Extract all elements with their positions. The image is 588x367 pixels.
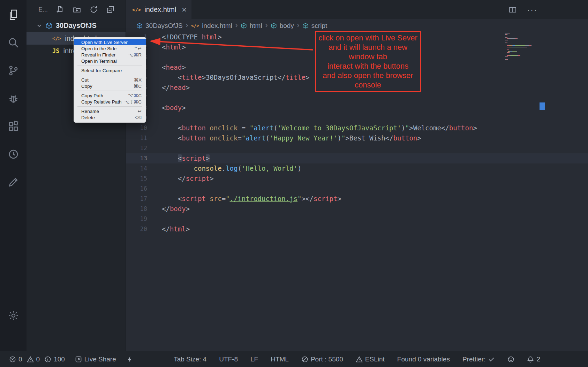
status-text: 0 xyxy=(36,355,40,363)
menu-item-open-in-terminal[interactable]: Open in Terminal xyxy=(74,58,146,64)
minimap-line xyxy=(505,52,540,53)
status-utf-8[interactable]: UTF-8 xyxy=(219,355,238,363)
menu-item-copy[interactable]: Copy⌘C xyxy=(74,83,146,89)
activity-bar-search[interactable] xyxy=(0,29,27,56)
status-0[interactable]: 0 xyxy=(27,355,40,363)
activity-bar-feedback[interactable] xyxy=(0,168,27,196)
status-text: LF xyxy=(250,355,258,363)
status-100[interactable]: 100 xyxy=(44,355,65,363)
chevron-down-icon xyxy=(36,23,42,29)
tab-index-html[interactable]: </> index.html × xyxy=(126,0,191,19)
activity-bar-source-control[interactable] xyxy=(0,56,27,84)
activity-bar-settings[interactable] xyxy=(0,301,27,329)
code-line-18[interactable]: 18</body> xyxy=(126,204,588,214)
breadcrumb-item-index-html[interactable]: </>index.html xyxy=(191,22,232,30)
minimap[interactable] xyxy=(505,33,540,61)
menu-item-rename[interactable]: Rename↩ xyxy=(74,108,146,114)
code-text: <button onclick="alert('Happy New Year!'… xyxy=(156,133,421,143)
code-text xyxy=(156,143,162,153)
refresh-icon xyxy=(90,6,98,14)
status-smiley[interactable] xyxy=(507,356,514,363)
status-text: Prettier: xyxy=(462,355,486,363)
minimap-line xyxy=(505,33,540,33)
menu-item-select-for-compare[interactable]: Select for Compare xyxy=(74,67,146,74)
explorer-action-new-folder[interactable] xyxy=(73,6,81,14)
breadcrumb-separator: › xyxy=(265,21,268,31)
code-line-17[interactable]: 17 <script src="./introduction.js"></scr… xyxy=(126,194,588,204)
settings-icon xyxy=(8,310,19,321)
activity-bar-explorer[interactable] xyxy=(0,1,27,29)
status-text: Found 0 variables xyxy=(397,355,450,363)
menu-item-copy-path[interactable]: Copy Path⌥⌘C xyxy=(74,92,146,99)
menu-item-label: Cut xyxy=(81,77,134,83)
status-html[interactable]: HTML xyxy=(271,355,289,363)
breadcrumb-label: html xyxy=(250,22,262,30)
menu-item-open-with-live-server[interactable]: Open with Live Server xyxy=(74,39,146,45)
close-icon[interactable]: × xyxy=(182,6,187,14)
code-line-16[interactable]: 16 xyxy=(126,184,588,194)
search-icon xyxy=(8,37,19,48)
indent-guide xyxy=(163,42,163,224)
line-number: 11 xyxy=(126,133,156,143)
breadcrumb-item-body[interactable]: body xyxy=(271,22,294,30)
breadcrumb: 30DaysOfJS›</>index.html›html›body›scrip… xyxy=(126,19,588,32)
menu-item-shortcut: ⌃↩ xyxy=(134,46,142,51)
code-line-8[interactable]: 8<body> xyxy=(126,103,588,113)
minimap-line xyxy=(505,44,540,45)
code-line-13[interactable]: 13 <script> xyxy=(126,153,588,163)
source-control-icon xyxy=(8,65,19,76)
check-icon xyxy=(488,356,495,363)
menu-item-shortcut: ↩ xyxy=(138,108,142,114)
explorer-action-new-file[interactable] xyxy=(56,6,65,14)
status-2[interactable]: 2 xyxy=(527,355,540,363)
status-found-0-variables[interactable]: Found 0 variables xyxy=(397,355,450,363)
status-bolt[interactable] xyxy=(126,356,133,363)
activity-bar-extensions[interactable] xyxy=(0,112,27,140)
status-text: HTML xyxy=(271,355,289,363)
menu-item-label: Open to the Side xyxy=(81,46,134,51)
code-line-12[interactable]: 12 xyxy=(126,143,588,153)
minimap-line xyxy=(505,36,540,36)
code-line-10[interactable]: 10 <button onclick = "alert('Welcome to … xyxy=(126,123,588,133)
breadcrumb-item-script[interactable]: script xyxy=(302,22,327,30)
explorer-action-refresh[interactable] xyxy=(90,6,98,14)
code-line-9[interactable]: 9 xyxy=(126,113,588,123)
activity-bar-history[interactable] xyxy=(0,140,27,168)
more-actions-icon[interactable]: ··· xyxy=(527,6,537,14)
code-line-11[interactable]: 11 <button onclick="alert('Happy New Yea… xyxy=(126,133,588,143)
status-0[interactable]: 0 xyxy=(9,355,22,363)
code-line-15[interactable]: 15 </script> xyxy=(126,174,588,184)
code-text: <head> xyxy=(156,62,186,72)
minimap-line xyxy=(505,48,540,49)
status-lf[interactable]: LF xyxy=(250,355,258,363)
menu-item-open-to-the-side[interactable]: Open to the Side⌃↩ xyxy=(74,45,146,52)
status-eslint[interactable]: ESLint xyxy=(356,355,385,363)
line-number: 14 xyxy=(126,163,156,174)
activity-bar-debug[interactable] xyxy=(0,84,27,112)
breadcrumb-item-30daysofjs[interactable]: 30DaysOfJS xyxy=(136,22,183,30)
menu-item-copy-relative-path[interactable]: Copy Relative Path⌥⇧⌘C xyxy=(74,99,146,105)
status-port-5500[interactable]: Port : 5500 xyxy=(301,355,343,363)
explorer-action-collapse-all[interactable] xyxy=(106,6,115,14)
code-line-14[interactable]: 14 console.log('Hello, World') xyxy=(126,163,588,174)
code-line-20[interactable]: 20</html> xyxy=(126,224,588,234)
breadcrumb-item-html[interactable]: html xyxy=(241,22,262,30)
folder-root[interactable]: 30DaysOfJS xyxy=(27,19,126,32)
line-number: 17 xyxy=(126,194,156,204)
status-live-share[interactable]: Live Share xyxy=(75,355,116,363)
debug-icon xyxy=(8,93,19,104)
line-number: 16 xyxy=(126,184,156,194)
menu-item-shortcut: ⌥⌘R xyxy=(128,52,142,58)
menu-item-delete[interactable]: Delete⌫ xyxy=(74,114,146,121)
status-text: UTF-8 xyxy=(219,355,238,363)
menu-item-cut[interactable]: Cut⌘X xyxy=(74,77,146,83)
code-line-19[interactable]: 19 xyxy=(126,214,588,224)
status-prettier[interactable]: Prettier: xyxy=(462,355,495,363)
code-text: <title>30DaysOfJavaScript</title> xyxy=(156,72,309,83)
code-line-7[interactable]: 7 xyxy=(126,93,588,103)
status-tab-size-4[interactable]: Tab Size: 4 xyxy=(174,355,206,363)
menu-item-label: Reveal in Finder xyxy=(81,52,128,58)
cube-icon xyxy=(302,23,309,29)
menu-item-reveal-in-finder[interactable]: Reveal in Finder⌥⌘R xyxy=(74,52,146,58)
split-editor-icon[interactable] xyxy=(509,6,517,14)
